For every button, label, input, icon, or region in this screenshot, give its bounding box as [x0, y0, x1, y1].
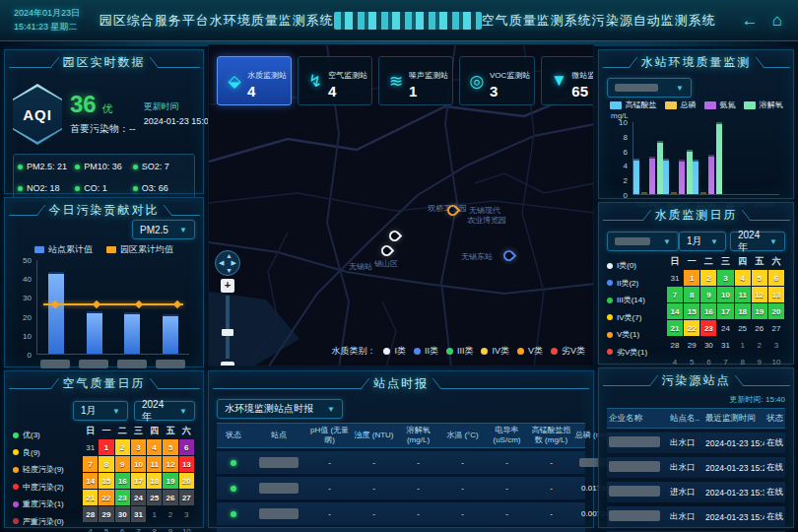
calendar-day[interactable]: 14 — [667, 303, 683, 319]
calendar-day[interactable]: 7 — [667, 287, 683, 302]
calendar-day[interactable]: 25 — [147, 490, 162, 505]
calendar-day[interactable]: 23 — [115, 490, 130, 505]
calendar-day[interactable]: 13 — [768, 287, 784, 302]
calendar-day[interactable]: 1 — [684, 270, 699, 286]
calendar-day[interactable]: 13 — [179, 456, 194, 472]
calendar-day[interactable]: 27 — [768, 320, 784, 336]
calendar-day[interactable]: 22 — [99, 490, 113, 505]
calendar-day[interactable]: 26 — [752, 320, 767, 336]
nav-park-platform[interactable]: 园区综合服务平台 — [100, 12, 210, 30]
calendar-day[interactable]: 4 — [83, 523, 98, 532]
nav-pollution-system[interactable]: 污染源自动监测系统 — [592, 12, 716, 30]
calendar-day[interactable]: 12 — [752, 287, 767, 302]
calendar-day[interactable]: 4 — [735, 270, 751, 286]
calendar-day[interactable]: 1 — [735, 337, 751, 353]
calendar-day[interactable]: 24 — [131, 490, 146, 505]
calendar-day[interactable]: 16 — [700, 303, 716, 319]
calendar-day[interactable]: 3 — [131, 439, 146, 455]
station-button-water-drop[interactable]: ⬙水质监测站4 — [217, 56, 292, 105]
calendar-day[interactable]: 30 — [115, 506, 130, 522]
calendar-day[interactable]: 6 — [115, 523, 130, 532]
calendar-day[interactable]: 17 — [717, 303, 733, 319]
nav-water-system[interactable]: 水环境质量监测系统 — [210, 12, 334, 30]
calendar-day[interactable]: 22 — [684, 320, 699, 336]
calendar-day[interactable]: 9 — [163, 523, 177, 532]
calendar-day[interactable]: 12 — [163, 456, 177, 472]
calendar-day[interactable]: 8 — [99, 456, 113, 472]
calendar-day[interactable]: 18 — [147, 473, 162, 489]
station-button-location-pin[interactable]: ▼微站监测站65 — [541, 56, 594, 105]
calendar-day[interactable]: 19 — [163, 473, 177, 489]
calendar-day[interactable]: 2 — [752, 337, 767, 353]
calendar-day[interactable]: 4 — [147, 439, 162, 455]
nav-air-system[interactable]: 空气质量监测系统 — [482, 12, 592, 30]
calendar-day[interactable]: 6 — [179, 439, 194, 455]
calendar-day[interactable]: 16 — [115, 473, 130, 489]
calendar-day[interactable]: 17 — [131, 473, 146, 489]
calendar-day[interactable]: 31 — [667, 270, 683, 286]
calendar-day[interactable]: 10 — [131, 456, 146, 472]
calendar-day[interactable]: 8 — [147, 523, 162, 532]
calendar-day[interactable]: 20 — [768, 303, 784, 319]
calendar-day[interactable]: 29 — [684, 337, 699, 353]
calendar-day[interactable]: 11 — [735, 287, 751, 302]
calendar-day[interactable]: 18 — [735, 303, 751, 319]
calendar-day[interactable]: 5 — [752, 270, 767, 286]
calendar-day[interactable]: 23 — [700, 320, 716, 336]
calendar-day[interactable]: 31 — [131, 506, 146, 522]
zoom-out-button[interactable]: − — [221, 362, 234, 366]
calendar-day[interactable]: 8 — [684, 287, 699, 302]
calendar-day[interactable]: 29 — [99, 506, 113, 522]
station-button-wind[interactable]: ↯空气监测站4 — [298, 56, 372, 105]
year-dropdown[interactable]: 2024年▼ — [730, 232, 785, 251]
calendar-day[interactable]: 3 — [717, 270, 733, 286]
calendar-day[interactable]: 2 — [163, 506, 177, 522]
calendar-day[interactable]: 10 — [717, 287, 733, 302]
back-arrow-icon[interactable]: ← — [742, 12, 759, 29]
calendar-day[interactable]: 26 — [163, 490, 177, 505]
station-list-dropdown[interactable]: 水环境监测站点时报▼ — [217, 399, 343, 419]
calendar-day[interactable]: 3 — [768, 337, 784, 353]
gis-map[interactable]: ⬙水质监测站4↯空气监测站4≋噪声监测站1◎VOC监测站3▼微站监测站65⪿污染… — [208, 44, 594, 366]
month-dropdown[interactable]: 1月▼ — [73, 401, 128, 421]
home-icon[interactable]: ⌂ — [772, 12, 782, 29]
calendar-day[interactable]: 21 — [667, 320, 683, 336]
station-button-sound-waves[interactable]: ≋噪声监测站1 — [378, 56, 453, 105]
pollutant-dropdown[interactable]: PM2.5▼ — [132, 220, 195, 239]
station-button-voc[interactable]: ◎VOC监测站3 — [459, 56, 535, 105]
year-dropdown[interactable]: 2024年▼ — [134, 401, 195, 421]
map-pan-control[interactable]: ▲▼ ◀▶ — [215, 250, 240, 276]
calendar-day[interactable]: 9 — [115, 456, 130, 472]
calendar-day[interactable]: 20 — [179, 473, 194, 489]
zoom-slider[interactable] — [226, 296, 230, 359]
calendar-day[interactable]: 5 — [163, 439, 177, 455]
calendar-day[interactable]: 7 — [131, 523, 146, 532]
calendar-day[interactable]: 15 — [99, 473, 113, 489]
calendar-day[interactable]: 2 — [700, 270, 716, 286]
calendar-day[interactable]: 14 — [83, 473, 98, 489]
calendar-day[interactable]: 27 — [179, 490, 194, 505]
calendar-day[interactable]: 5 — [99, 523, 113, 532]
calendar-day[interactable]: 24 — [717, 320, 733, 336]
calendar-day[interactable]: 30 — [700, 337, 716, 353]
zoom-slider-handle[interactable] — [222, 329, 233, 336]
calendar-day[interactable]: 15 — [684, 303, 699, 319]
calendar-day[interactable]: 9 — [700, 287, 716, 302]
calendar-day[interactable]: 28 — [83, 506, 98, 522]
calendar-day[interactable]: 25 — [735, 320, 751, 336]
water-station-dropdown[interactable]: ▼ — [607, 78, 692, 98]
calendar-day[interactable]: 11 — [147, 456, 162, 472]
calendar-day[interactable]: 7 — [83, 456, 98, 472]
calendar-day[interactable]: 3 — [179, 506, 194, 522]
calendar-day[interactable]: 31 — [83, 439, 98, 455]
calendar-day[interactable]: 1 — [99, 439, 113, 455]
calendar-day[interactable]: 6 — [768, 270, 784, 286]
water-station-dropdown[interactable]: ▼ — [607, 232, 679, 251]
calendar-day[interactable]: 28 — [667, 337, 683, 353]
calendar-day[interactable]: 10 — [179, 523, 194, 532]
zoom-in-button[interactable]: + — [221, 279, 234, 293]
month-dropdown[interactable]: 1月▼ — [679, 232, 726, 251]
calendar-day[interactable]: 19 — [752, 303, 767, 319]
calendar-day[interactable]: 31 — [717, 337, 733, 353]
calendar-day[interactable]: 21 — [83, 490, 98, 505]
